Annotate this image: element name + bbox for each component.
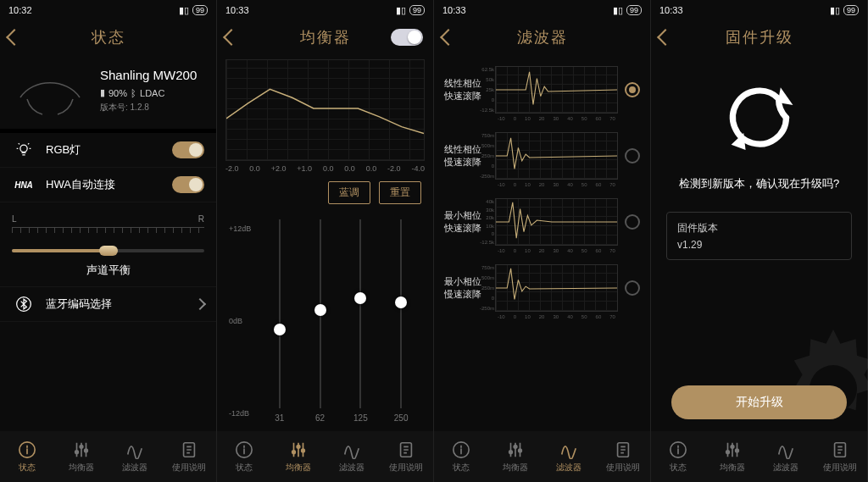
- clock: 10:33: [225, 5, 249, 15]
- svg-point-9: [297, 445, 300, 448]
- filter-list: 线性相位快速滚降62.5k50k25k0-12.5k-1001020304050…: [434, 54, 650, 374]
- firmware-prompt: 检测到新版本，确认现在升级吗?: [679, 176, 839, 191]
- chevron-right-icon: [194, 298, 206, 310]
- nav-filter[interactable]: 滤波器: [542, 431, 597, 482]
- svg-point-10: [301, 449, 304, 452]
- status-bar: 10:32 ▮▯ 99: [0, 0, 216, 20]
- back-icon[interactable]: [657, 29, 674, 46]
- eq-icon: [289, 440, 308, 459]
- eq-slider-62[interactable]: 62: [303, 219, 337, 423]
- balance-slider[interactable]: [12, 249, 204, 252]
- nav-status[interactable]: 状态: [0, 431, 54, 482]
- row-rgb: RGB灯: [0, 133, 216, 168]
- svg-point-3: [75, 450, 78, 453]
- status-icon: [235, 440, 253, 459]
- screen-firmware: 10:33 ▮▯ 99 固件升级 检测到新版本，确认现在升级吗? 固件版本 v1…: [651, 0, 868, 482]
- nav-manual[interactable]: 使用说明: [162, 431, 216, 482]
- nav-manual[interactable]: 使用说明: [596, 431, 650, 482]
- eq-icon: [72, 440, 91, 459]
- status-bar: 10:33 ▮▯ 99: [434, 0, 650, 20]
- eq-master-toggle[interactable]: [391, 29, 423, 46]
- filter-icon: [125, 440, 144, 459]
- device-name: Shanling MW200: [100, 68, 204, 82]
- clock: 10:33: [442, 5, 466, 15]
- nav-status[interactable]: 状态: [434, 431, 488, 482]
- bottom-nav: 状态均衡器滤波器使用说明: [0, 431, 216, 482]
- header: 状态: [0, 20, 216, 54]
- page-title: 固件升级: [726, 27, 793, 47]
- device-battery: 90%: [108, 88, 127, 98]
- filter-graph: 62.5k50k25k0-12.5k-10010203040506070: [495, 66, 618, 114]
- svg-point-15: [518, 449, 521, 452]
- clock: 10:32: [8, 5, 32, 15]
- filter-icon: [559, 440, 578, 459]
- row-hwa: HNA HWA自动连接: [0, 168, 216, 202]
- eq-preset-button[interactable]: 蓝调: [328, 181, 370, 204]
- bottom-nav: 状态均衡器滤波器使用说明: [434, 431, 650, 482]
- page-title: 均衡器: [300, 27, 351, 47]
- svg-point-4: [80, 445, 83, 448]
- eq-reset-button[interactable]: 重置: [379, 181, 421, 204]
- filter-option-1[interactable]: 线性相位慢速滚降750m500m250m0-250m-1001020304050…: [439, 129, 645, 183]
- filter-radio[interactable]: [625, 148, 640, 163]
- svg-point-0: [20, 145, 27, 152]
- nav-eq[interactable]: 均衡器: [54, 431, 108, 482]
- svg-point-8: [292, 450, 295, 453]
- filter-radio[interactable]: [625, 280, 640, 296]
- nav-filter[interactable]: 滤波器: [108, 431, 163, 482]
- firmware-box-title: 固件版本: [677, 221, 841, 235]
- nav-filter[interactable]: 滤波器: [326, 431, 380, 482]
- nav-eq[interactable]: 均衡器: [488, 431, 542, 482]
- filter-option-2[interactable]: 最小相位快速滚降40k30k20k10k0-12.5k-100102030405…: [439, 195, 645, 249]
- nav-status[interactable]: 状态: [651, 431, 705, 482]
- svg-point-14: [514, 445, 517, 448]
- eq-slider-125[interactable]: 125: [343, 219, 377, 423]
- manual-icon: [180, 440, 198, 459]
- hwa-toggle[interactable]: [172, 176, 204, 193]
- bottom-nav: 状态均衡器滤波器使用说明: [651, 431, 867, 482]
- hwa-icon: HNA: [12, 180, 36, 190]
- filter-graph: 40k30k20k10k0-12.5k-10010203040506070: [495, 198, 618, 246]
- battery-icon: 99: [192, 5, 208, 15]
- signal-icon: ▮▯: [179, 5, 189, 16]
- svg-point-13: [509, 450, 512, 453]
- balance-section: L R 声道平衡: [0, 202, 216, 287]
- filter-radio[interactable]: [625, 214, 640, 230]
- battery-icon: 99: [409, 5, 425, 15]
- filter-radio[interactable]: [625, 82, 640, 97]
- firmware-version: v1.29: [677, 239, 841, 251]
- codec-label: 蓝牙编码选择: [46, 296, 186, 312]
- eq-slider-250[interactable]: 250: [384, 219, 418, 423]
- signal-icon: ▮▯: [830, 5, 840, 16]
- filter-graph: 750m500m250m0-250m-10010203040506070: [495, 132, 618, 180]
- filter-option-0[interactable]: 线性相位快速滚降62.5k50k25k0-12.5k-1001020304050…: [439, 63, 645, 117]
- page-title: 状态: [92, 27, 125, 47]
- sync-icon: [721, 80, 798, 156]
- nav-manual[interactable]: 使用说明: [813, 431, 867, 482]
- filter-icon: [776, 440, 795, 459]
- rgb-label: RGB灯: [46, 142, 162, 158]
- nav-eq[interactable]: 均衡器: [705, 431, 760, 482]
- bottom-nav: 状态均衡器滤波器使用说明: [217, 431, 433, 482]
- eq-slider-31[interactable]: 31: [263, 219, 297, 423]
- nav-filter[interactable]: 滤波器: [760, 431, 814, 482]
- header: 固件升级: [651, 20, 867, 54]
- rgb-toggle[interactable]: [172, 141, 204, 158]
- manual-icon: [397, 440, 415, 459]
- signal-icon: ▮▯: [396, 5, 406, 16]
- nav-manual[interactable]: 使用说明: [379, 431, 433, 482]
- back-icon[interactable]: [440, 29, 457, 46]
- filter-option-3[interactable]: 最小相位慢速滚降750m500m250m0-250m-1001020304050…: [439, 261, 645, 315]
- page-title: 滤波器: [517, 27, 568, 47]
- balance-ruler: [12, 227, 204, 235]
- back-icon[interactable]: [223, 29, 240, 46]
- bluetooth-icon: ᛒ: [131, 88, 136, 98]
- start-upgrade-button[interactable]: 开始升级: [671, 385, 847, 419]
- screen-status: 10:32 ▮▯ 99 状态 Shanling MW200 ▮ 90% ᛒ LD…: [0, 0, 217, 482]
- back-icon[interactable]: [6, 29, 23, 46]
- nav-status[interactable]: 状态: [217, 431, 271, 482]
- nav-eq[interactable]: 均衡器: [271, 431, 326, 482]
- eq-x-labels: -2.00.0+2.0+1.00.00.00.0-2.0-4.0: [217, 163, 433, 178]
- row-codec-select[interactable]: 蓝牙编码选择: [0, 287, 216, 322]
- status-icon: [452, 440, 470, 459]
